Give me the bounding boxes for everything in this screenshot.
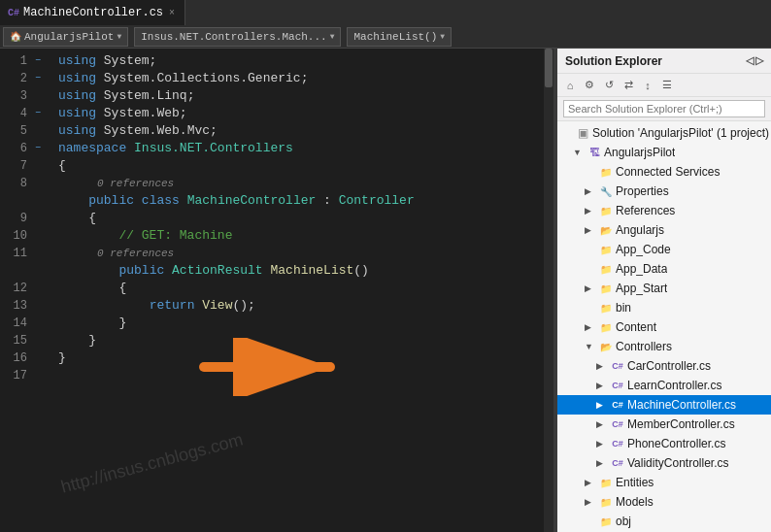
tree-item-carctrl[interactable]: ▶ C# CarController.cs (557, 356, 771, 376)
tree-item-project[interactable]: ▼ 🏗 AngularjsPilot (557, 143, 771, 162)
expand-learnctrl: ▶ (596, 381, 608, 390)
se-header: Solution Explorer ◁ ▷ (557, 49, 771, 74)
se-props-btn[interactable]: ☰ (658, 77, 676, 94)
se-search-input[interactable] (563, 100, 765, 117)
se-tree: ▣ Solution 'AngularjsPilot' (1 project) … (557, 121, 771, 532)
appstart-label: App_Start (616, 282, 667, 295)
appdata-icon: 📁 (598, 261, 614, 277)
content-icon: 📁 (598, 319, 614, 335)
code-content[interactable]: using System; using System.Collections.G… (54, 49, 544, 532)
appcode-label: App_Code (616, 243, 671, 256)
se-settings-btn[interactable]: ⚙ (581, 77, 598, 94)
validityctrl-label: ValidityController.cs (627, 456, 728, 470)
expand-refs: ▶ (585, 206, 596, 216)
validityctrl-icon: C# (610, 455, 625, 471)
tree-item-appdata[interactable]: 📁 App_Data (557, 259, 771, 279)
controllers-label: Controllers (616, 340, 672, 353)
tree-item-entities[interactable]: ▶ 📁 Entities (557, 473, 771, 492)
se-btn-2[interactable]: ▷ (755, 54, 763, 67)
project-icon: 🏗 (587, 145, 602, 160)
expand-entities: ▶ (585, 478, 596, 487)
code-area: 12345 678 9 1011 1213 14151617 − − − − u… (0, 49, 553, 532)
connected-services-icon: 📁 (598, 164, 614, 180)
bc-arrow-2: ▼ (440, 32, 445, 41)
tree-item-controllers[interactable]: ▼ 📂 Controllers (557, 337, 771, 356)
machinectrl-label: MachineController.cs (627, 398, 736, 412)
properties-label: Properties (616, 184, 669, 198)
tree-item-solution[interactable]: ▣ Solution 'AngularjsPilot' (1 project) (557, 123, 771, 143)
properties-icon: 🔧 (598, 183, 614, 199)
learnctrl-label: LearnController.cs (627, 379, 721, 392)
se-refresh-btn[interactable]: ↺ (600, 77, 618, 94)
se-title: Solution Explorer (565, 54, 662, 68)
bc-arrow-0: ▼ (117, 32, 121, 41)
references-icon: 📁 (598, 203, 614, 218)
machinectrl-icon: C# (610, 397, 625, 413)
se-header-buttons: ◁ ▷ (746, 54, 763, 67)
main-area: 12345 678 9 1011 1213 14151617 − − − − u… (0, 49, 771, 532)
project-label: AngularjsPilot (604, 146, 675, 159)
line-numbers: 12345 678 9 1011 1213 14151617 (0, 49, 35, 532)
se-toolbar: ⌂ ⚙ ↺ ⇄ ↕ ☰ (557, 74, 771, 97)
content-label: Content (616, 320, 656, 334)
angularjs-label: Angularjs (616, 223, 664, 237)
expand-angularjs: ▶ (585, 225, 596, 235)
se-btn-1[interactable]: ◁ (746, 54, 754, 67)
tab-close-btn[interactable]: × (167, 7, 177, 19)
expand-content: ▶ (585, 322, 596, 332)
bin-label: bin (616, 301, 631, 315)
expand-controllers: ▼ (585, 342, 596, 351)
tree-item-machinectrl[interactable]: ▶ C# MachineController.cs (557, 395, 771, 415)
tab-label: MachineController.cs (23, 6, 163, 19)
appstart-icon: 📁 (598, 281, 614, 296)
entities-icon: 📁 (598, 475, 614, 490)
breadcrumb-method[interactable]: MachineList() ▼ (347, 27, 452, 47)
tree-item-obj[interactable]: 📁 obj (557, 512, 771, 531)
entities-label: Entities (616, 476, 654, 489)
toolbar-row: 🏠 AngularjsPilot ▼ Insus.NET.Controllers… (0, 25, 771, 49)
carctrl-label: CarController.cs (627, 359, 711, 373)
learnctrl-icon: C# (610, 378, 625, 393)
solution-icon: ▣ (575, 125, 590, 141)
expand-machinectrl: ▶ (596, 400, 608, 410)
controllers-icon: 📂 (598, 339, 614, 354)
se-collapse-btn[interactable]: ↕ (639, 77, 656, 94)
tree-item-appcode[interactable]: 📁 App_Code (557, 240, 771, 259)
bc-project-icon: 🏠 (10, 31, 21, 43)
solution-explorer: Solution Explorer ◁ ▷ ⌂ ⚙ ↺ ⇄ ↕ ☰ ▣ Solu… (557, 49, 771, 532)
tree-item-models[interactable]: ▶ 📁 Models (557, 492, 771, 512)
tab-machinectrl[interactable]: C# MachineController.cs × (0, 0, 185, 25)
tree-item-bin[interactable]: 📁 bin (557, 298, 771, 317)
obj-label: obj (616, 515, 631, 528)
tree-item-content[interactable]: ▶ 📁 Content (557, 317, 771, 337)
obj-icon: 📁 (598, 514, 614, 529)
solution-label: Solution 'AngularjsPilot' (1 project) (592, 126, 769, 140)
se-sync-btn[interactable]: ⇄ (620, 77, 637, 94)
editor-scrollbar[interactable] (544, 49, 553, 532)
editor-pane: 12345 678 9 1011 1213 14151617 − − − − u… (0, 49, 553, 532)
references-label: References (616, 204, 675, 217)
tree-item-connected-services[interactable]: 📁 Connected Services (557, 162, 771, 182)
expand-validityctrl: ▶ (596, 458, 608, 468)
tree-item-angularjs[interactable]: ▶ 📂 Angularjs (557, 220, 771, 240)
expand-phonectrl: ▶ (596, 439, 608, 449)
expand-carctrl: ▶ (596, 361, 608, 371)
tree-item-validityctrl[interactable]: ▶ C# ValidityController.cs (557, 453, 771, 473)
appcode-icon: 📁 (598, 242, 614, 257)
tree-item-references[interactable]: ▶ 📁 References (557, 201, 771, 220)
phonectrl-icon: C# (610, 436, 625, 451)
tree-item-appstart[interactable]: ▶ 📁 App_Start (557, 279, 771, 298)
breadcrumb-project[interactable]: 🏠 AngularjsPilot ▼ (3, 27, 128, 47)
se-home-btn[interactable]: ⌂ (561, 77, 579, 94)
bc-arrow-1: ▼ (330, 32, 335, 41)
models-icon: 📁 (598, 494, 614, 510)
expand-models: ▶ (585, 497, 596, 507)
tree-item-learnctrl[interactable]: ▶ C# LearnController.cs (557, 376, 771, 395)
tree-item-memberctrl[interactable]: ▶ C# MemberController.cs (557, 415, 771, 434)
expand-props: ▶ (585, 186, 596, 196)
tree-item-phonectrl[interactable]: ▶ C# PhoneController.cs (557, 434, 771, 453)
phonectrl-label: PhoneController.cs (627, 437, 725, 450)
breadcrumb-ns[interactable]: Insus.NET.Controllers.Mach... ▼ (134, 27, 341, 47)
tree-item-properties[interactable]: ▶ 🔧 Properties (557, 182, 771, 201)
cs-tab-icon: C# (8, 8, 19, 18)
